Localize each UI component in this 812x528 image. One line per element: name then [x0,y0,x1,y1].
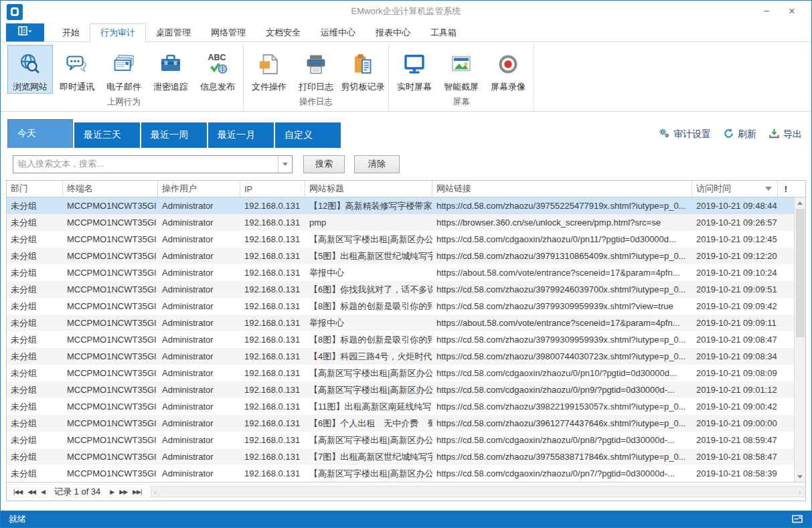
filter-tab[interactable]: 自定义 [275,122,341,148]
audit-settings-button[interactable]: 审计设置 [659,128,711,141]
scrollbar-thumb[interactable] [796,209,805,337]
ribbon-item-leak-tracking[interactable]: 泄密追踪 [148,45,193,94]
search-button[interactable]: 搜索 [303,155,345,173]
ribbon-item-realtime-screen[interactable]: 实时屏幕 [392,45,437,94]
table-row[interactable]: 未分组MCCPMO1NCWT35GIAdministrator192.168.0… [7,432,794,448]
cell-url: https://cd.58.com/cdgaoxin/zhaozu/0/pn7/… [432,465,692,482]
table-row[interactable]: 未分组MCCPMO1NCWT35GIAdministrator192.168.0… [7,415,794,432]
cell-flag [778,448,794,465]
column-header[interactable]: 终端名 [63,181,158,197]
cell-url: https://cd.58.com/zhaozu/39755838717846x… [432,448,692,465]
cell-ip: 192.168.0.131 [240,365,305,381]
scroll-left-icon[interactable]: ‹ [154,488,157,496]
app-menu-button[interactable] [6,23,44,41]
column-header[interactable]: 操作用户 [158,181,240,197]
chevron-down-icon [797,475,803,478]
filter-indicator-column-header[interactable]: ! [778,181,794,197]
column-header[interactable]: 部门 [7,181,63,197]
table-row[interactable]: 未分组MCCPMO1NCWT35GIAdministrator192.168.0… [7,281,794,298]
pager-first-button[interactable]: |◀◀ [11,489,25,495]
results-grid: 部门终端名操作用户IP网站标题网站链接访问时间! 未分组MCCPMO1NCWT3… [6,180,806,501]
column-header[interactable]: 访问时间 [692,181,778,197]
horizontal-scrollbar[interactable]: ‹ › [151,486,805,497]
table-row[interactable]: 未分组MCCPMO1NCWT35GIAdministrator192.168.0… [7,465,794,482]
ribbon-item-file-operations[interactable]: 文件操作 [246,45,292,94]
table-row[interactable]: 未分组MCCPMO1NCWT35GIAdministrator192.168.0… [7,398,794,415]
table-row[interactable]: 未分组MCCPMO1NCWT35GIAdministrator192.168.0… [7,381,794,398]
ribbon-item-instant-messaging[interactable]: 即时通讯 [54,45,100,94]
filter-actions: 审计设置刷新导出 [659,128,802,148]
cell-time: 2019-10-21 09:00:42 [692,398,778,415]
scroll-up-button[interactable] [795,197,805,208]
ribbon-item-email[interactable]: 电子邮件 [101,45,147,94]
pager-prev-button[interactable]: ◀ [38,489,48,495]
table-row[interactable]: 未分组MCCPMO1NCWT35GIAdministrator192.168.0… [7,231,794,248]
cell-flag [778,264,794,281]
column-header[interactable]: 网站标题 [305,181,432,197]
column-header[interactable]: 网站链接 [432,181,692,197]
filter-tab[interactable]: 最近一周 [141,122,207,148]
combo-dropdown-icon[interactable] [278,156,292,173]
menu-tab[interactable]: 运维中心 [311,23,366,41]
ribbon-item-browse-website[interactable]: 浏览网站 [7,45,53,94]
cell-terminal: MCCPMO1NCWT35GI [63,214,158,231]
filter-tab[interactable]: 最近一月 [208,122,274,148]
table-row[interactable]: 未分组MCCPMO1NCWT35GIAdministrator192.168.0… [7,315,794,331]
cell-time: 2019-10-21 09:12:45 [692,231,778,248]
menu-tabs: 开始行为审计桌面管理网络管理文档安全运维中心报表中心工具箱 [52,23,467,41]
filter-tab[interactable]: 今天 [7,119,73,148]
ribbon-item-clipboard-log[interactable]: 剪切板记录 [340,45,386,94]
vertical-scrollbar[interactable] [794,197,805,482]
cell-title: 【6图】个人出租 无中介费 蜀... [305,415,432,432]
menu-tab[interactable]: 开始 [52,23,90,41]
cell-title: 【高新区写字楼出租|高新区办公... [305,465,432,482]
pager-fast-prev-button[interactable]: ◀◀ [25,489,38,495]
column-header[interactable]: IP [240,181,305,197]
export-icon [768,128,780,141]
menu-tab[interactable]: 报表中心 [366,23,420,41]
table-row[interactable]: 未分组MCCPMO1NCWT35GIAdministrator192.168.0… [7,248,794,264]
cell-ip: 192.168.0.131 [240,465,305,482]
cell-time: 2019-10-21 09:09:11 [692,315,778,331]
pager-next-button[interactable]: ▶ [107,489,116,495]
export-button[interactable]: 导出 [768,128,802,141]
table-row[interactable]: 未分组MCCPMO1NCWT35GIAdministrator192.168.0… [7,331,794,348]
pager-last-button[interactable]: ▶▶| [130,489,144,495]
menu-bar: 开始行为审计桌面管理网络管理文档安全运维中心报表中心工具箱 [1,21,811,42]
ribbon-item-label: 电子邮件 [106,81,141,93]
cell-flag [778,415,794,432]
ribbon-item-smart-capture[interactable]: 智能截屏 [438,45,484,94]
menu-tab[interactable]: 桌面管理 [146,23,201,41]
ribbon-item-info-publish[interactable]: ABC信息发布 [195,45,240,94]
cell-ip: 192.168.0.131 [240,331,305,348]
log-memo-icon[interactable] [792,514,803,524]
search-input[interactable]: 输入搜索文本，搜索... [13,155,293,173]
cell-url: https://cd.58.com/cdgaoxin/zhaozu/0/pn10… [432,365,692,381]
ribbon-item-screen-record[interactable]: 屏幕录像 [485,45,531,94]
cell-terminal: MCCPMO1NCWT35GI [63,331,158,348]
table-row[interactable]: 未分组MCCPMO1NCWT35GIAdministrator192.168.0… [7,197,794,214]
clear-button[interactable]: 清除 [354,155,400,173]
pager-fast-next-button[interactable]: ▶▶ [116,489,130,495]
ribbon-item-print-log[interactable]: 打印日志 [293,45,339,94]
refresh-button[interactable]: 刷新 [723,128,756,141]
menu-tab[interactable]: 文档安全 [256,23,311,41]
cell-url: https://cd.58.com/cdgaoxin/zhaozu/0/pn8/… [432,432,692,448]
cell-ip: 192.168.0.131 [240,281,305,298]
table-row[interactable]: 未分组MCCPMO1NCWT35GIAdministrator192.168.0… [7,448,794,465]
filter-tab[interactable]: 最近三天 [74,122,140,148]
table-row[interactable]: 未分组MCCPMO1NCWT35GIAdministrator192.168.0… [7,264,794,281]
cell-terminal: MCCPMO1NCWT35GI [63,448,158,465]
status-bar: 就绪 [1,511,811,527]
menu-tab[interactable]: 网络管理 [201,23,256,41]
refresh-icon [723,128,734,141]
menu-tab[interactable]: 工具箱 [420,23,467,41]
table-row[interactable]: 未分组MCCPMO1NCWT35GIAdministrator192.168.0… [7,214,794,231]
scroll-down-button[interactable] [795,471,805,482]
menu-tab[interactable]: 行为审计 [90,23,146,42]
table-row[interactable]: 未分组MCCPMO1NCWT35GIAdministrator192.168.0… [7,298,794,315]
table-row[interactable]: 未分组MCCPMO1NCWT35GIAdministrator192.168.0… [7,365,794,381]
scroll-right-icon[interactable]: › [799,488,801,496]
grid-header: 部门终端名操作用户IP网站标题网站链接访问时间! [7,181,805,197]
table-row[interactable]: 未分组MCCPMO1NCWT35GIAdministrator192.168.0… [7,348,794,365]
